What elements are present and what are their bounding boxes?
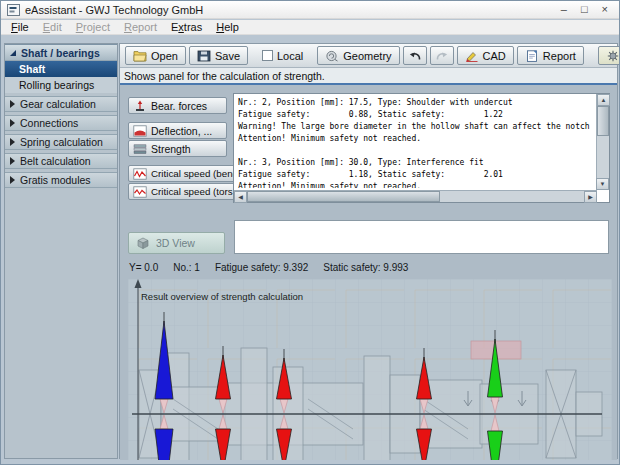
sidebar-item-shaft[interactable]: Shaft <box>5 61 117 77</box>
critical-speed-bend-icon <box>133 168 147 180</box>
open-button[interactable]: Open <box>125 46 186 65</box>
maximize-button[interactable]: □ <box>581 4 588 15</box>
scroll-left-button[interactable]: ◀ <box>234 191 247 203</box>
menu-edit: Edit <box>36 21 69 33</box>
app-icon <box>7 4 20 16</box>
redo-button <box>430 46 454 65</box>
menu-project: Project <box>69 21 117 33</box>
report-button[interactable]: Report <box>517 46 584 65</box>
strength-chart-svg: Result overview of strength calculation <box>128 279 612 460</box>
critical-speed-bend-button[interactable]: Critical speed (bend.) <box>128 165 235 182</box>
view-3d-button: 3D View <box>128 232 225 254</box>
collapsed-triangle-icon <box>10 157 15 165</box>
critical-speed-tors-icon <box>133 186 147 198</box>
local-checkbox[interactable] <box>262 50 273 61</box>
marker-y-value: Y= 0.0 <box>129 262 158 273</box>
sidebar-section-gratis-modules[interactable]: Gratis modules <box>5 172 117 188</box>
cad-button[interactable]: CAD <box>457 46 514 65</box>
marker-info-line: Y= 0.0 No.: 1 Fatigue safety: 9.392 Stat… <box>129 262 408 273</box>
strength-layers-icon <box>133 143 147 155</box>
marker-number: No.: 1 <box>173 262 200 273</box>
horizontal-scroll-thumb[interactable] <box>247 191 440 202</box>
menu-help[interactable]: Help <box>209 21 246 33</box>
options-tool-icon <box>606 50 620 62</box>
bearing-forces-button[interactable]: Bear. forces <box>128 97 227 114</box>
scroll-right-button[interactable]: ▶ <box>584 191 597 203</box>
collapsed-triangle-icon <box>10 100 15 108</box>
title-bar: eAssistant - GWJ Technology GmbH – □ × <box>1 1 619 19</box>
cube-3d-icon <box>136 237 150 250</box>
undo-button[interactable] <box>403 46 427 65</box>
strength-button[interactable]: Strength <box>128 140 227 157</box>
collapsed-triangle-icon <box>10 119 15 127</box>
menu-bar: File Edit Project Report Extras Help <box>1 20 619 35</box>
minimize-button[interactable]: – <box>561 4 567 15</box>
menu-file[interactable]: File <box>4 21 36 33</box>
content-area: Bear. forces Deflection, ... Strength Cr… <box>120 85 617 460</box>
strength-results-box[interactable]: Nr.: 2, Position [mm]: 17.5, Type: Shoul… <box>233 93 610 203</box>
report-document-icon <box>525 50 539 62</box>
marker-static-safety: Static safety: 9.993 <box>323 262 408 273</box>
sidebar-item-rolling-bearings[interactable]: Rolling bearings <box>5 77 117 93</box>
strength-results-text: Nr.: 2, Position [mm]: 17.5, Type: Shoul… <box>234 94 594 188</box>
message-box <box>234 220 609 254</box>
sidebar-section-shaft-bearings[interactable]: Shaft / bearings <box>5 44 117 61</box>
strength-overview-chart[interactable]: Result overview of strength calculation <box>128 279 612 460</box>
critical-speed-tors-button[interactable]: Critical speed (tors.) <box>128 183 235 200</box>
deflection-icon <box>133 125 147 137</box>
sidebar-section-spring-calculation[interactable]: Spring calculation <box>5 134 117 150</box>
sidebar-section-belt-calculation[interactable]: Belt calculation <box>5 153 117 169</box>
panel-status-text: Shows panel for the calculation of stren… <box>120 68 617 85</box>
vertical-scroll-thumb[interactable] <box>597 106 609 136</box>
app-window: eAssistant - GWJ Technology GmbH – □ × F… <box>0 0 620 465</box>
options-button[interactable]: Options <box>598 46 620 65</box>
module-sidebar: Shaft / bearings Shaft Rolling bearings … <box>4 43 118 459</box>
undo-arrow-icon <box>408 50 422 62</box>
toolbar: Open Save Local Geometry CAD <box>120 44 617 68</box>
save-floppy-icon <box>197 50 211 62</box>
vertical-scrollbar[interactable]: ▲ ▼ <box>596 94 609 190</box>
chart-title: Result overview of strength calculation <box>141 291 303 302</box>
open-folder-icon <box>133 50 147 62</box>
local-checkbox-group[interactable]: Local <box>262 50 303 62</box>
sidebar-section-connections[interactable]: Connections <box>5 115 117 131</box>
marker-fatigue-safety: Fatigue safety: 9.392 <box>215 262 308 273</box>
menu-extras[interactable]: Extras <box>164 21 209 33</box>
scroll-down-button[interactable]: ▼ <box>596 178 609 190</box>
sidebar-section-gear-calculation[interactable]: Gear calculation <box>5 96 117 112</box>
horizontal-scrollbar[interactable]: ◀ ▶ <box>234 190 597 202</box>
cad-pencil-icon <box>465 50 479 62</box>
close-button[interactable]: × <box>602 4 608 15</box>
geometry-button[interactable]: Geometry <box>317 46 399 65</box>
bearing-forces-icon <box>133 100 147 112</box>
window-title: eAssistant - GWJ Technology GmbH <box>25 4 203 16</box>
deflection-button[interactable]: Deflection, ... <box>128 122 227 139</box>
collapsed-triangle-icon <box>10 138 15 146</box>
geometry-icon <box>325 50 339 62</box>
menu-report: Report <box>117 21 164 33</box>
redo-arrow-icon <box>435 50 449 62</box>
collapsed-triangle-icon <box>10 176 15 184</box>
save-button[interactable]: Save <box>189 46 248 65</box>
main-panel: Open Save Local Geometry CAD <box>119 43 618 459</box>
expanded-triangle-icon <box>10 50 16 56</box>
scroll-up-button[interactable]: ▲ <box>597 94 610 106</box>
